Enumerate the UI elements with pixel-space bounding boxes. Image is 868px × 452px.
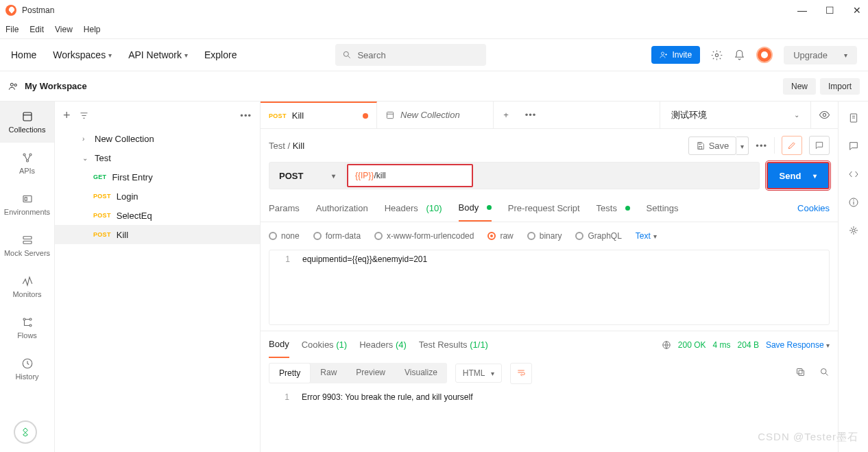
close-icon[interactable]: ✕ [852, 5, 863, 16]
request-tab[interactable]: POST Kill [261, 102, 377, 128]
resp-tab-tests[interactable]: Test Results (1/1) [419, 331, 488, 358]
filter-input[interactable] [97, 110, 232, 120]
search-icon [342, 50, 352, 60]
svg-line-1 [348, 56, 350, 58]
radio-binary[interactable]: binary [527, 231, 562, 241]
add-tab-icon[interactable]: + [494, 102, 518, 128]
copy-icon[interactable] [795, 367, 806, 379]
response-format-select[interactable]: HTML▾ [455, 364, 502, 383]
resp-tab-body[interactable]: Body [269, 331, 289, 358]
add-collection-icon[interactable]: + [63, 108, 71, 123]
chevron-down-icon: ▾ [653, 233, 657, 240]
rail-monitors[interactable]: Monitors [0, 266, 54, 307]
comment-mode-icon[interactable] [809, 136, 830, 155]
notifications-icon[interactable] [734, 49, 745, 61]
resp-tab-cookies[interactable]: Cookies (1) [302, 331, 347, 358]
save-button[interactable]: Save [688, 136, 737, 155]
tab-authorization[interactable]: Authorization [316, 195, 368, 222]
view-pretty[interactable]: Pretty [269, 363, 311, 383]
import-button[interactable]: Import [820, 78, 860, 95]
sidebar-more-icon[interactable]: ••• [240, 110, 252, 121]
workspace-name[interactable]: My Workspace [8, 81, 87, 92]
radio-graphql[interactable]: GraphQL [575, 231, 621, 241]
rail-apis[interactable]: APIs [0, 143, 54, 184]
response-body[interactable]: 1 Error 9903: You break the rule, and ki… [261, 388, 838, 452]
tab-headers[interactable]: Headers (10) [385, 195, 442, 222]
tree-collection-test[interactable]: ⌄Test [55, 148, 260, 167]
tab-more-icon[interactable]: ••• [518, 102, 543, 128]
minimize-icon[interactable]: — [797, 5, 808, 16]
breadcrumb-parent[interactable]: Test [269, 141, 285, 151]
rail-history[interactable]: History [0, 348, 54, 390]
more-icon[interactable]: ••• [756, 141, 767, 151]
rail-environments[interactable]: Environments [0, 184, 54, 225]
tree-request[interactable]: POSTLogin [55, 187, 260, 206]
resp-tab-headers[interactable]: Headers (4) [359, 331, 407, 358]
svg-point-6 [10, 83, 13, 86]
filter-icon[interactable] [79, 110, 89, 121]
avatar[interactable] [756, 47, 773, 63]
cookies-link[interactable]: Cookies [797, 203, 830, 213]
nav-api-network[interactable]: API Network▾ [128, 49, 188, 60]
tab-settings[interactable]: Settings [647, 195, 679, 222]
search-response-icon[interactable] [819, 367, 830, 379]
runner-icon[interactable] [14, 420, 37, 444]
tab-prerequest[interactable]: Pre-request Script [508, 195, 580, 222]
radio-none[interactable]: none [269, 231, 300, 241]
menu-file[interactable]: File [5, 25, 19, 34]
related-icon[interactable] [848, 225, 859, 238]
method-select[interactable]: POST ▾ [269, 162, 346, 189]
view-preview[interactable]: Preview [346, 363, 395, 383]
radio-raw[interactable]: raw [487, 231, 513, 241]
menu-edit[interactable]: Edit [29, 25, 44, 34]
svg-rect-14 [25, 198, 27, 201]
tree-request[interactable]: GETFirst Entry [55, 167, 260, 187]
menu-view[interactable]: View [55, 25, 73, 34]
app-logo-icon [5, 5, 16, 16]
save-dropdown[interactable]: ▾ [736, 136, 749, 155]
rail-collections[interactable]: Collections [0, 102, 54, 143]
environment-selector[interactable]: 测试环境 ⌄ [660, 102, 810, 128]
save-response-button[interactable]: Save Response ▾ [766, 340, 830, 350]
tab-tests[interactable]: Tests [596, 195, 630, 222]
svg-rect-25 [699, 142, 701, 144]
tab-params[interactable]: Params [269, 195, 300, 222]
tree-request[interactable]: POSTKill [55, 225, 260, 244]
url-input[interactable]: {{IP}}/kill [346, 162, 760, 189]
menu-help[interactable]: Help [84, 25, 101, 34]
body-format-select[interactable]: Text▾ [636, 231, 657, 241]
rail-mock-servers[interactable]: Mock Servers [0, 225, 54, 266]
svg-point-17 [23, 318, 25, 320]
globe-icon[interactable] [662, 340, 671, 350]
view-visualize[interactable]: Visualize [395, 363, 447, 383]
tree-collection-new[interactable]: ›New Collection [55, 129, 260, 148]
radio-formdata[interactable]: form-data [313, 231, 361, 241]
nav-workspaces[interactable]: Workspaces▾ [53, 49, 112, 60]
comments-icon[interactable] [848, 141, 859, 154]
nav-home[interactable]: Home [11, 49, 36, 60]
environment-view-icon[interactable] [810, 102, 838, 128]
rail-flows[interactable]: Flows [0, 307, 54, 348]
search-input[interactable]: Search [335, 44, 486, 66]
search-placeholder: Search [357, 50, 385, 60]
wrap-lines-icon[interactable] [510, 363, 532, 384]
info-icon[interactable] [848, 197, 859, 210]
docs-icon[interactable] [848, 112, 859, 126]
collection-tab[interactable]: New Collection [377, 102, 494, 128]
maximize-icon[interactable]: ☐ [824, 5, 835, 16]
body-editor[interactable]: 1 equipmentid={{eq}}&enemyid=201 [269, 250, 830, 325]
new-button[interactable]: New [783, 78, 816, 95]
tab-body[interactable]: Body [459, 195, 492, 222]
radio-xwww[interactable]: x-www-form-urlencoded [374, 231, 474, 241]
upgrade-button[interactable]: Upgrade▾ [784, 46, 857, 64]
nav-explore[interactable]: Explore [204, 49, 237, 60]
edit-mode-icon[interactable] [782, 136, 802, 155]
settings-icon[interactable] [711, 49, 723, 61]
breadcrumb-current: Kill [293, 141, 304, 151]
code-icon[interactable] [848, 169, 859, 182]
view-raw[interactable]: Raw [311, 363, 346, 383]
tree-request[interactable]: POSTSelectEq [55, 206, 260, 225]
invite-button[interactable]: Invite [651, 46, 700, 64]
svg-point-2 [662, 52, 664, 55]
send-button[interactable]: Send ▾ [767, 162, 830, 189]
